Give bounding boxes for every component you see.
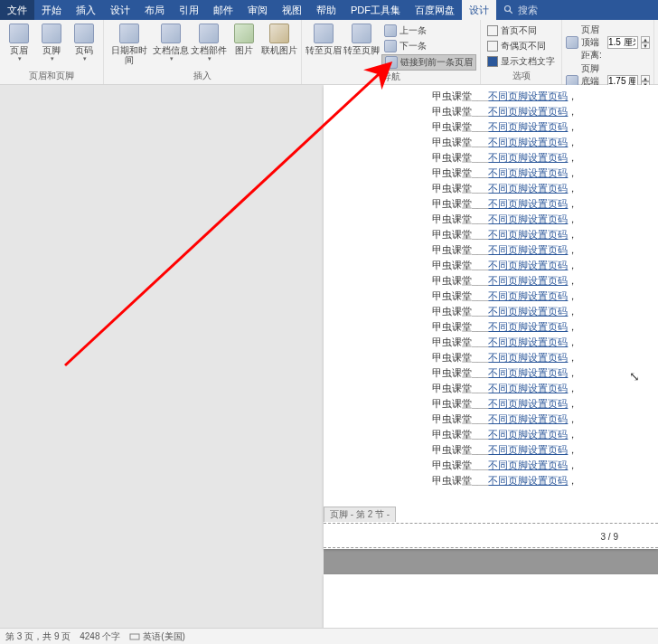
content-line: 甲虫课堂___不同页脚设置页码， — [432, 427, 622, 442]
content-line: 甲虫课堂___不同页脚设置页码， — [432, 196, 622, 212]
content-line: 甲虫课堂___不同页脚设置页码， — [432, 289, 622, 304]
menu-file[interactable]: 文件 — [0, 0, 34, 20]
odd-even-diff-checkbox[interactable]: 奇偶页不同 — [484, 39, 558, 53]
content-line: 甲虫课堂___不同页脚设置页码， — [432, 166, 622, 181]
page[interactable]: 甲虫课堂___不同页脚设置页码，甲虫课堂___不同页脚设置页码，甲虫课堂___不… — [324, 85, 658, 549]
menu-baidu[interactable]: 百度网盘 — [408, 0, 462, 20]
content-line: 甲虫课堂___不同页脚设置页码， — [432, 119, 622, 135]
statusbar: 第 3 页，共 9 页 4248 个字 英语(美国) — [0, 628, 658, 644]
content-line: 甲虫课堂___不同页脚设置页码， — [432, 212, 622, 227]
picture-button[interactable]: 图片 — [229, 22, 259, 55]
ribbon: 页眉▾ 页脚▾ 页码▾ 页眉和页脚 日期和时间 文档信息▾ 文档部件▾ 图片 联… — [0, 20, 658, 85]
menu-design-hf[interactable]: 设计 — [462, 0, 496, 20]
content-line: 甲虫课堂___不同页脚设置页码， — [432, 150, 622, 166]
header-top-spinner[interactable]: 页眉顶端距离: ▲▼ — [566, 24, 650, 62]
footer-line — [324, 523, 658, 524]
content-line: 甲虫课堂___不同页脚设置页码， — [432, 135, 622, 150]
menubar: 文件 开始 插入 设计 布局 引用 邮件 审阅 视图 帮助 PDF工具集 百度网… — [0, 0, 658, 20]
menu-home[interactable]: 开始 — [34, 0, 69, 20]
content-line: 甲虫课堂___不同页脚设置页码， — [432, 258, 622, 273]
goto-header-button[interactable]: 转至页眉 — [306, 22, 342, 55]
page-wrap: 甲虫课堂___不同页脚设置页码，甲虫课堂___不同页脚设置页码，甲虫课堂___不… — [324, 85, 658, 628]
menu-layout[interactable]: 布局 — [137, 0, 172, 20]
group-navigation: 转至页眉 转至页脚 上一条 下一条 链接到前一条页眉 导航 — [302, 20, 481, 84]
status-word-count[interactable]: 4248 个字 — [80, 630, 120, 643]
link-previous-button[interactable]: 链接到前一条页眉 — [381, 54, 476, 71]
content-line: 甲虫课堂___不同页脚设置页码， — [432, 473, 622, 488]
menu-mailings[interactable]: 邮件 — [206, 0, 240, 20]
menu-view[interactable]: 视图 — [275, 0, 309, 20]
page-number-display: 3 / 9 — [601, 532, 618, 542]
content-line: 甲虫课堂___不同页脚设置页码， — [432, 104, 622, 119]
group-label: 选项 — [484, 70, 558, 84]
content-line: 甲虫课堂___不同页脚设置页码， — [432, 412, 622, 427]
content-line: 甲虫课堂___不同页脚设置页码， — [432, 381, 622, 396]
document-area: 甲虫课堂___不同页脚设置页码，甲虫课堂___不同页脚设置页码，甲虫课堂___不… — [0, 85, 658, 628]
spin-down-icon[interactable]: ▼ — [641, 43, 650, 49]
page-next[interactable] — [324, 574, 658, 628]
group-header-footer: 页眉▾ 页脚▾ 页码▾ 页眉和页脚 — [0, 20, 104, 84]
search-placeholder: 搜索 — [518, 4, 538, 17]
content-line: 甲虫课堂___不同页脚设置页码， — [432, 396, 622, 412]
group-label: 插入 — [108, 70, 297, 84]
show-doc-text-checkbox[interactable]: 显示文档文字 — [484, 54, 558, 69]
search-icon — [503, 5, 514, 15]
prev-button[interactable]: 上一条 — [381, 24, 476, 38]
online-picture-button[interactable]: 联机图片 — [261, 22, 297, 55]
content-line: 甲虫课堂___不同页脚设置页码， — [432, 458, 622, 473]
content-line: 甲虫课堂___不同页脚设置页码， — [432, 335, 622, 350]
header-button[interactable]: 页眉▾ — [4, 22, 34, 62]
content-line: 甲虫课堂___不同页脚设置页码， — [432, 304, 622, 319]
content-line: 甲虫课堂___不同页脚设置页码， — [432, 242, 622, 258]
menu-insert[interactable]: 插入 — [69, 0, 103, 20]
menu-references[interactable]: 引用 — [172, 0, 206, 20]
content-line: 甲虫课堂___不同页脚设置页码， — [432, 350, 622, 365]
svg-point-0 — [505, 6, 511, 12]
spin-up-icon[interactable]: ▲ — [641, 36, 650, 43]
svg-line-1 — [510, 11, 512, 14]
menu-design[interactable]: 设计 — [103, 0, 137, 20]
content-line: 甲虫课堂___不同页脚设置页码， — [432, 181, 622, 196]
menu-review[interactable]: 审阅 — [240, 0, 275, 20]
goto-footer-button[interactable]: 转至页脚 — [343, 22, 380, 55]
group-insert: 日期和时间 文档信息▾ 文档部件▾ 图片 联机图片 插入 — [104, 20, 302, 84]
cursor-icon: ⤡ — [629, 369, 640, 384]
status-page[interactable]: 第 3 页，共 9 页 — [5, 630, 70, 643]
header-top-input[interactable] — [607, 36, 638, 49]
content-line: 甲虫课堂___不同页脚设置页码， — [432, 442, 622, 458]
footer-button[interactable]: 页脚▾ — [36, 22, 67, 62]
group-label: 导航 — [306, 71, 476, 85]
group-options: 首页不同 奇偶页不同 显示文档文字 选项 — [481, 20, 562, 84]
content-line: 甲虫课堂___不同页脚设置页码， — [432, 273, 622, 289]
footer-section-tab: 页脚 - 第 2 节 - — [324, 507, 396, 522]
content-line: 甲虫课堂___不同页脚设置页码， — [432, 227, 622, 242]
language-icon — [129, 631, 140, 642]
next-button[interactable]: 下一条 — [381, 39, 476, 53]
content-line: 甲虫课堂___不同页脚设置页码， — [432, 319, 622, 335]
first-page-diff-checkbox[interactable]: 首页不同 — [484, 24, 558, 38]
group-close: ✕ 关闭 页眉和 关闭 — [654, 20, 658, 84]
doc-info-button[interactable]: 文档信息▾ — [153, 22, 189, 62]
content-line: 甲虫课堂___不同页脚设置页码， — [432, 89, 622, 104]
status-language[interactable]: 英语(美国) — [129, 630, 185, 643]
group-position: 页眉顶端距离: ▲▼ 页脚底端距离: ▲▼ 插入对齐制表位 位置 — [562, 20, 654, 84]
quick-parts-button[interactable]: 文档部件▾ — [191, 22, 227, 62]
content-line: 甲虫课堂___不同页脚设置页码， — [432, 365, 622, 381]
spin-up-icon[interactable]: ▲ — [641, 75, 650, 81]
search-box[interactable]: 搜索 — [503, 4, 538, 17]
left-gutter — [0, 85, 324, 628]
footer-line2 — [324, 547, 658, 548]
menu-pdf[interactable]: PDF工具集 — [343, 0, 408, 20]
content-lines: 甲虫课堂___不同页脚设置页码，甲虫课堂___不同页脚设置页码，甲虫课堂___不… — [324, 85, 658, 488]
datetime-button[interactable]: 日期和时间 — [108, 22, 151, 65]
page-number-button[interactable]: 页码▾ — [69, 22, 99, 62]
menu-help[interactable]: 帮助 — [309, 0, 343, 20]
svg-rect-3 — [130, 634, 139, 639]
group-label: 页眉和页脚 — [4, 70, 99, 84]
